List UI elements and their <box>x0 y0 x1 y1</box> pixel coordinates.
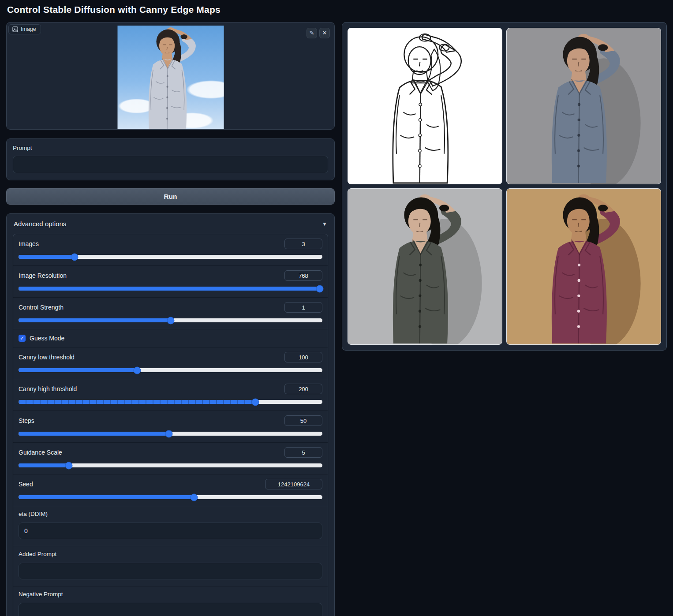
person-figure-illustration <box>507 189 661 344</box>
canny-high-slider[interactable] <box>19 400 322 404</box>
guidance-scale-label: Guidance Scale <box>19 449 62 456</box>
slider-handle[interactable] <box>71 253 79 261</box>
slider-handle[interactable] <box>191 493 198 501</box>
slider-row-steps: Steps <box>13 411 328 443</box>
close-icon: ✕ <box>322 30 327 36</box>
check-icon: ✓ <box>20 335 24 341</box>
result-gallery-grid <box>348 28 661 345</box>
images-value-input[interactable] <box>284 239 322 249</box>
person-figure-illustration <box>348 189 502 344</box>
seed-value-input[interactable] <box>265 479 322 489</box>
page-title: Control Stable Diffusion with Canny Edge… <box>7 4 667 15</box>
app-root: Control Stable Diffusion with Canny Edge… <box>0 0 673 616</box>
gallery-item-canny-edge-map[interactable] <box>348 28 502 184</box>
chevron-down-icon: ▼ <box>322 221 327 227</box>
negative-prompt-input[interactable] <box>19 603 322 616</box>
guidance-scale-value-input[interactable] <box>284 447 322 458</box>
slider-handle[interactable] <box>252 398 259 406</box>
canny-high-value-input[interactable] <box>284 384 322 394</box>
slider-row-image-resolution: Image Resolution <box>13 266 328 298</box>
images-label: Images <box>19 240 39 247</box>
guess-mode-row: ✓ Guess Mode <box>13 329 328 347</box>
control-strength-value-input[interactable] <box>284 302 322 313</box>
guess-mode-checkbox[interactable]: ✓ <box>19 335 26 342</box>
gallery-item-generated-gray-blue-shirt[interactable] <box>506 28 661 184</box>
added-prompt-input[interactable] <box>19 563 322 579</box>
steps-slider[interactable] <box>19 432 322 436</box>
prompt-panel: Prompt <box>6 138 335 180</box>
canny-high-label: Canny high threshold <box>19 385 77 392</box>
advanced-options-group: Images Image Resolution <box>13 234 328 616</box>
edit-button[interactable]: ✎ <box>307 28 317 38</box>
control-strength-slider[interactable] <box>19 318 322 322</box>
seed-label: Seed <box>19 481 33 488</box>
canny-low-slider[interactable] <box>19 368 322 372</box>
prompt-input[interactable] <box>13 156 328 173</box>
slider-handle[interactable] <box>316 285 324 292</box>
eta-row: eta (DDIM) <box>13 506 328 546</box>
run-button[interactable]: Run <box>6 188 335 205</box>
slider-fill <box>19 318 171 322</box>
slider-row-images: Images <box>13 234 328 266</box>
person-figure-illustration <box>507 28 661 184</box>
steps-label: Steps <box>19 417 34 424</box>
negative-prompt-label: Negative Prompt <box>19 591 322 597</box>
slider-fill <box>19 255 75 259</box>
guess-mode-label: Guess Mode <box>30 335 64 342</box>
canny-low-label: Canny low threshold <box>19 354 75 361</box>
canny-low-value-input[interactable] <box>284 352 322 362</box>
pencil-icon: ✎ <box>310 30 314 36</box>
slider-fill <box>19 463 69 467</box>
slider-handle[interactable] <box>167 317 174 324</box>
image-label: Image <box>21 26 36 32</box>
slider-fill <box>19 495 194 499</box>
image-resolution-value-input[interactable] <box>284 270 322 281</box>
seed-slider[interactable] <box>19 495 322 499</box>
eta-label: eta (DDIM) <box>19 511 322 517</box>
image-icon <box>12 26 18 32</box>
images-slider[interactable] <box>19 255 322 259</box>
steps-value-input[interactable] <box>284 415 322 426</box>
slider-fill <box>19 287 320 291</box>
slider-handle[interactable] <box>65 462 72 469</box>
slider-row-canny-high: Canny high threshold <box>13 379 328 411</box>
negative-prompt-row: Negative Prompt <box>13 586 328 616</box>
slider-handle[interactable] <box>133 366 141 374</box>
person-figure-illustration <box>117 26 224 129</box>
control-strength-label: Control Strength <box>19 304 64 311</box>
gallery-item-generated-maroon-shirt[interactable] <box>506 188 661 345</box>
image-resolution-label: Image Resolution <box>19 272 67 279</box>
slider-fill <box>19 400 255 404</box>
advanced-options-panel: Advanced options ▼ Images <box>6 213 335 616</box>
slider-fill <box>19 368 137 372</box>
added-prompt-label: Added Prompt <box>19 551 322 557</box>
slider-row-guidance-scale: Guidance Scale <box>13 443 328 474</box>
advanced-accordion-header[interactable]: Advanced options ▼ <box>13 219 328 228</box>
guidance-scale-slider[interactable] <box>19 463 322 467</box>
added-prompt-row: Added Prompt <box>13 546 328 586</box>
slider-handle[interactable] <box>165 430 173 437</box>
slider-row-seed: Seed <box>13 474 328 506</box>
slider-row-control-strength: Control Strength <box>13 298 328 329</box>
prompt-label: Prompt <box>13 145 328 151</box>
gallery-item-generated-charcoal-shirt[interactable] <box>348 188 502 345</box>
person-figure-illustration <box>348 28 502 184</box>
image-upload-panel[interactable]: Image ✎ ✕ <box>6 22 335 130</box>
input-image-preview <box>117 26 224 129</box>
slider-fill <box>19 432 169 436</box>
slider-row-canny-low: Canny low threshold <box>13 347 328 379</box>
result-gallery-panel <box>342 22 667 351</box>
advanced-accordion-title: Advanced options <box>14 220 66 228</box>
eta-input[interactable] <box>19 523 322 539</box>
image-resolution-slider[interactable] <box>19 287 322 291</box>
image-label-tab: Image <box>8 24 41 34</box>
clear-button[interactable]: ✕ <box>319 28 330 38</box>
